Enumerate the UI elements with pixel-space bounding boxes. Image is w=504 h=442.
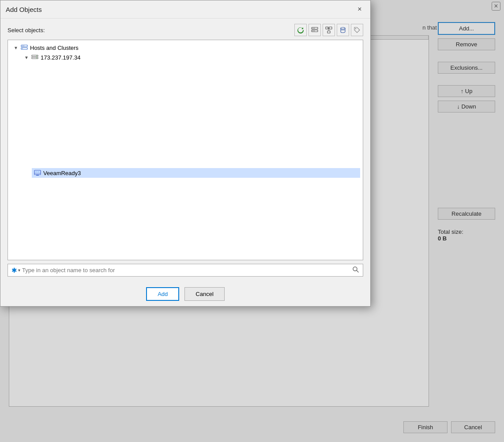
tree-vm-container: VeeamReady3 [32,168,360,178]
hosts-clusters-icon [20,44,28,52]
svg-rect-16 [22,46,23,46]
svg-rect-4 [314,28,315,29]
add-objects-dialog: Add Objects × Select objects: [0,0,371,307]
tag-icon-button[interactable] [351,24,363,36]
tree-server-label: 173.237.197.34 [41,54,80,61]
svg-rect-28 [36,175,39,176]
dialog-body: Select objects: [0,19,370,282]
hosts-clusters-icon [311,26,318,34]
db-icon-button[interactable] [337,24,349,36]
svg-rect-25 [35,171,37,172]
search-prefix: ✱ ▾ [11,266,20,274]
tree-server-item[interactable]: ▼ 173.237.197.34 [21,52,360,62]
dialog-cancel-button[interactable]: Cancel [184,287,224,301]
svg-rect-21 [32,57,38,59]
tree-server-toggle[interactable]: ▼ [23,54,30,61]
tree-vm-label: VeeamReady3 [43,170,81,176]
search-dropdown-icon[interactable]: ▾ [18,268,20,273]
vm-icon [325,26,332,34]
dialog-add-button[interactable]: Add [146,287,179,301]
tree-server-container: ▼ 173.237.197.34 [21,52,360,62]
tree-root-label: Hosts and Clusters [30,45,79,51]
svg-point-22 [36,56,37,56]
magnifier-icon [352,266,359,273]
dialog-footer: Add Cancel [0,282,370,306]
tree-vm-item[interactable]: VeeamReady3 [32,168,360,178]
server-icon [31,53,39,61]
dialog-titlebar: Add Objects × [0,0,370,19]
svg-rect-7 [329,27,332,29]
svg-point-23 [36,58,37,59]
svg-rect-26 [38,171,39,172]
search-magnifier-icon[interactable] [352,266,359,274]
select-objects-row: Select objects: [8,24,363,36]
svg-rect-17 [23,46,24,46]
grid-icon-button[interactable] [308,24,321,36]
svg-rect-8 [327,31,330,33]
refresh-icon [297,26,304,34]
svg-line-30 [357,270,358,272]
vm-type-icon [34,169,41,177]
tree-root-item[interactable]: ▼ Hosts and Clusters [11,43,360,52]
search-input[interactable] [22,267,350,273]
refresh-icon-button[interactable] [294,24,307,36]
dialog-title: Add Objects [6,6,42,13]
svg-rect-20 [32,55,38,56]
tree-panel[interactable]: ▼ Hosts and Clusters ▼ [8,40,363,260]
search-bar[interactable]: ✱ ▾ [8,264,363,277]
tag-icon [354,26,361,34]
search-star-icon: ✱ [11,266,17,274]
svg-point-12 [341,27,345,29]
select-objects-label: Select objects: [8,27,45,34]
hierarchy-icon-button[interactable] [323,24,335,36]
dialog-close-button[interactable]: × [354,4,365,15]
svg-rect-5 [314,31,315,31]
tree-root-toggle[interactable]: ▼ [12,44,19,51]
svg-rect-3 [312,31,313,31]
datastore-icon [339,26,346,34]
svg-rect-19 [22,49,23,49]
toolbar-icons [294,24,363,36]
svg-rect-1 [312,28,313,29]
svg-point-14 [355,28,356,29]
